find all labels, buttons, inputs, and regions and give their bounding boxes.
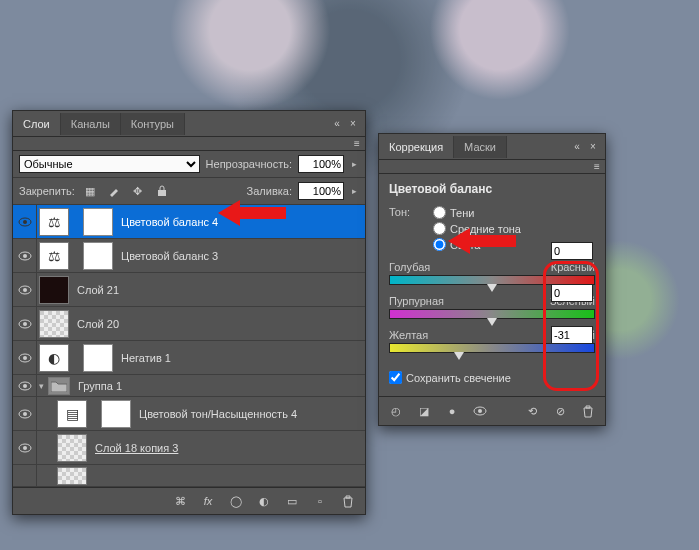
layer-row-partial[interactable] bbox=[13, 465, 365, 487]
svg-rect-0 bbox=[158, 190, 166, 196]
opacity-flyout-icon[interactable]: ▸ bbox=[350, 159, 359, 169]
visibility-toggle[interactable] bbox=[13, 239, 37, 273]
slider-value-input[interactable] bbox=[551, 242, 593, 260]
delete-adjustment-icon[interactable] bbox=[579, 402, 597, 420]
mask-thumb[interactable] bbox=[83, 242, 113, 270]
cb-body: Цветовой баланс Тон: Тени Средние тона С… bbox=[379, 174, 605, 396]
flyout-menu-icon[interactable]: ≡ bbox=[589, 160, 605, 174]
tab-masks[interactable]: Маски bbox=[454, 136, 507, 158]
layer-name[interactable]: Слой 18 копия 3 bbox=[89, 442, 178, 454]
clip-to-layer-icon[interactable]: ● bbox=[443, 402, 461, 420]
layer-thumb[interactable] bbox=[57, 467, 87, 485]
fill-input[interactable] bbox=[298, 182, 344, 200]
color-slider: ГолубаяКрасный bbox=[389, 261, 595, 285]
lock-paint-icon[interactable] bbox=[105, 182, 123, 200]
blend-opacity-bar: Обычные Непрозрачность: ▸ bbox=[13, 151, 365, 178]
slider-track[interactable] bbox=[389, 343, 595, 353]
adjustment-list-icon[interactable]: ◴ bbox=[387, 402, 405, 420]
color-balance-panel: Коррекция Маски « × ≡ Цветовой баланс То… bbox=[378, 133, 606, 426]
lock-position-icon[interactable]: ✥ bbox=[129, 182, 147, 200]
layer-style-icon[interactable]: fx bbox=[197, 492, 219, 510]
visibility-toggle[interactable] bbox=[13, 459, 37, 488]
slider-right-label: Красный bbox=[551, 261, 595, 273]
tone-highlights-radio[interactable]: Света bbox=[433, 238, 480, 251]
layer-thumb[interactable] bbox=[39, 276, 69, 304]
collapse-icon[interactable]: « bbox=[329, 117, 345, 131]
tab-channels[interactable]: Каналы bbox=[61, 113, 121, 135]
layer-name[interactable]: Цветовой тон/Насыщенность 4 bbox=[133, 408, 297, 420]
group-icon[interactable]: ▭ bbox=[281, 492, 303, 510]
layer-name[interactable]: Слой 21 bbox=[71, 284, 119, 296]
svg-point-12 bbox=[23, 384, 27, 388]
panel-controls: « × bbox=[325, 117, 365, 131]
lock-fill-bar: Закрепить: ▦ ✥ Заливка: ▸ bbox=[13, 178, 365, 205]
preserve-luminosity-checkbox[interactable]: Сохранить свечение bbox=[389, 371, 595, 384]
layer-row[interactable]: ◐ Негатив 1 bbox=[13, 341, 365, 375]
mask-thumb[interactable] bbox=[83, 344, 113, 372]
fill-label: Заливка: bbox=[247, 185, 292, 197]
slider-knob[interactable] bbox=[454, 352, 464, 360]
folder-icon bbox=[48, 377, 70, 395]
layer-row[interactable]: Слой 20 bbox=[13, 307, 365, 341]
adjustment-thumb[interactable]: ▤ bbox=[57, 400, 87, 428]
previous-state-icon[interactable]: ⟲ bbox=[523, 402, 541, 420]
toggle-visibility-icon[interactable] bbox=[471, 402, 489, 420]
close-icon[interactable]: × bbox=[345, 117, 361, 131]
layer-row[interactable]: Слой 21 bbox=[13, 273, 365, 307]
visibility-toggle[interactable] bbox=[13, 205, 37, 239]
svg-point-2 bbox=[23, 220, 27, 224]
flyout-menu-icon[interactable]: ≡ bbox=[349, 137, 365, 151]
slider-value-input[interactable] bbox=[551, 284, 593, 302]
opacity-label: Непрозрачность: bbox=[206, 158, 292, 170]
blend-mode-select[interactable]: Обычные bbox=[19, 155, 200, 173]
adjustment-thumb[interactable]: ⚖ bbox=[39, 208, 69, 236]
layer-name[interactable]: Цветовой баланс 4 bbox=[115, 216, 218, 228]
close-icon[interactable]: × bbox=[585, 140, 601, 154]
slider-value-input[interactable] bbox=[551, 326, 593, 344]
visibility-toggle[interactable] bbox=[13, 307, 37, 341]
layer-row[interactable]: Слой 18 копия 3 bbox=[13, 431, 365, 465]
expand-view-icon[interactable]: ◪ bbox=[415, 402, 433, 420]
group-disclosure-icon[interactable]: ▾ bbox=[37, 381, 46, 391]
lock-transparency-icon[interactable]: ▦ bbox=[81, 182, 99, 200]
layer-row[interactable]: ⚖ Цветовой баланс 4 bbox=[13, 205, 365, 239]
layer-row[interactable]: ⚖ Цветовой баланс 3 bbox=[13, 239, 365, 273]
opacity-input[interactable] bbox=[298, 155, 344, 173]
collapse-icon[interactable]: « bbox=[569, 140, 585, 154]
layers-panel-header: Слои Каналы Контуры « × bbox=[13, 111, 365, 137]
svg-point-8 bbox=[23, 322, 27, 326]
slider-knob[interactable] bbox=[487, 318, 497, 326]
layers-tab-strip: Слои Каналы Контуры bbox=[13, 113, 325, 135]
reset-icon[interactable]: ⊘ bbox=[551, 402, 569, 420]
link-layers-icon[interactable]: ⌘ bbox=[169, 492, 191, 510]
layer-thumb[interactable] bbox=[39, 310, 69, 338]
cb-panel-header: Коррекция Маски « × bbox=[379, 134, 605, 160]
layer-name[interactable]: Негатив 1 bbox=[115, 352, 171, 364]
layer-row-group[interactable]: ▾ Группа 1 bbox=[13, 375, 365, 397]
tab-layers[interactable]: Слои bbox=[13, 113, 61, 135]
delete-layer-icon[interactable] bbox=[337, 492, 359, 510]
tab-correction[interactable]: Коррекция bbox=[379, 136, 454, 158]
visibility-toggle[interactable] bbox=[13, 273, 37, 307]
visibility-toggle[interactable] bbox=[13, 397, 37, 431]
adjustment-thumb[interactable]: ⚖ bbox=[39, 242, 69, 270]
layer-name[interactable]: Слой 20 bbox=[71, 318, 119, 330]
fill-flyout-icon[interactable]: ▸ bbox=[350, 186, 359, 196]
layer-list: ⚖ Цветовой баланс 4 ⚖ Цветовой баланс 3 … bbox=[13, 205, 365, 487]
layer-name[interactable]: Цветовой баланс 3 bbox=[115, 250, 218, 262]
tab-paths[interactable]: Контуры bbox=[121, 113, 185, 135]
new-layer-icon[interactable]: ▫ bbox=[309, 492, 331, 510]
mask-thumb[interactable] bbox=[83, 208, 113, 236]
lock-all-icon[interactable] bbox=[153, 182, 171, 200]
layer-name[interactable]: Группа 1 bbox=[72, 380, 122, 392]
tone-midtones-radio[interactable]: Средние тона bbox=[433, 222, 521, 235]
tone-shadows-radio[interactable]: Тени bbox=[433, 206, 474, 219]
slider-knob[interactable] bbox=[487, 284, 497, 292]
layer-mask-icon[interactable]: ◯ bbox=[225, 492, 247, 510]
layer-thumb[interactable] bbox=[57, 434, 87, 462]
adjustment-layer-icon[interactable]: ◐ bbox=[253, 492, 275, 510]
mask-thumb[interactable] bbox=[101, 400, 131, 428]
slider-track[interactable] bbox=[389, 309, 595, 319]
layer-row[interactable]: ▤ Цветовой тон/Насыщенность 4 bbox=[13, 397, 365, 431]
adjustment-thumb[interactable]: ◐ bbox=[39, 344, 69, 372]
